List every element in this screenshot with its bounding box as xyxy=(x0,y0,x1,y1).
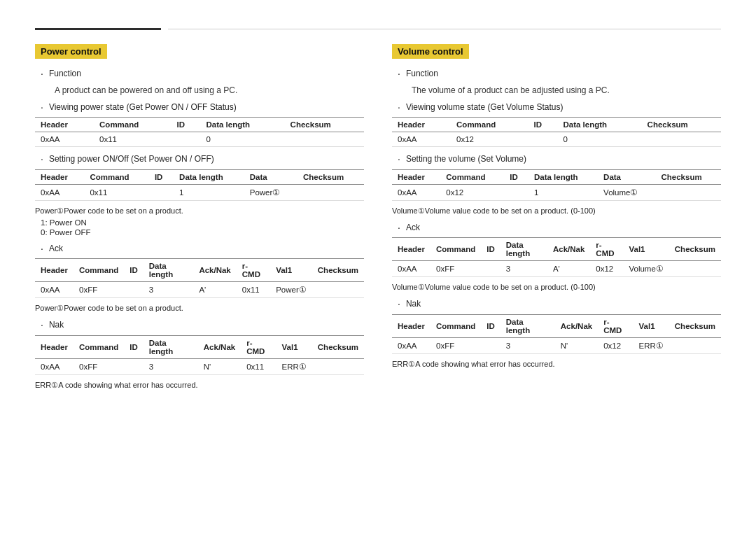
power-get-table: Header Command ID Data length Checksum 0… xyxy=(35,117,364,147)
cell: Power① xyxy=(244,184,298,200)
cell: 3 xyxy=(144,358,198,374)
th: Command xyxy=(84,169,148,184)
volume-ack-table: Header Command ID Data length Ack/Nak r-… xyxy=(392,237,721,277)
th: Data length xyxy=(144,335,198,358)
cell: 0x11 xyxy=(94,132,171,147)
th: Data length xyxy=(500,314,555,337)
th: Command xyxy=(430,314,481,337)
power-get-th-checksum: Checksum xyxy=(285,118,364,132)
volume-err-note: ERR①A code showing what error has occurr… xyxy=(392,360,721,369)
volume-set-table: Header Command ID Data length Data Check… xyxy=(392,169,721,201)
cell xyxy=(124,282,144,298)
bullet-dot-v2: · xyxy=(398,101,400,115)
top-line-dark xyxy=(35,28,161,30)
main-content: Power control · Function A product can b… xyxy=(35,44,721,393)
cell xyxy=(312,282,364,298)
th: Header xyxy=(392,314,430,337)
power-nak-item: · Nak xyxy=(41,318,364,332)
power-ack-table: Header Command ID Data length Ack/Nak r-… xyxy=(35,258,364,298)
th: Data length xyxy=(528,169,598,184)
cell: 0x12 xyxy=(590,261,623,277)
cell: 0 xyxy=(200,132,284,147)
table-row: 0xAA 0x12 1 Volume① xyxy=(392,184,721,200)
th: ID xyxy=(124,259,144,282)
table-row: 0xAA 0x12 0 xyxy=(392,132,721,147)
th: Checksum xyxy=(312,259,364,282)
cell xyxy=(669,261,721,277)
power-viewing-label: Viewing power state (Get Power ON / OFF … xyxy=(49,101,237,113)
volume-setting-item: · Setting the volume (Set Volume) xyxy=(398,153,721,167)
power-function-desc: A product can be powered on and off usin… xyxy=(55,84,364,97)
power-err-note: ERR①A code showing what error has occurr… xyxy=(35,381,364,390)
volume-nak-label: Nak xyxy=(406,297,421,310)
cell: 0xFF xyxy=(430,261,481,277)
cell: 0xAA xyxy=(35,132,94,147)
cell: 0xAA xyxy=(392,261,430,277)
cell: 0xAA xyxy=(35,282,74,298)
power-title: Power control xyxy=(35,44,107,59)
cell: 0xFF xyxy=(430,337,481,353)
volume-title: Volume control xyxy=(392,44,469,59)
cell: 3 xyxy=(500,261,547,277)
cell: 0x12 xyxy=(440,184,504,200)
th: Command xyxy=(74,335,124,358)
cell: N' xyxy=(555,337,598,353)
th: Data length xyxy=(500,238,547,261)
th: Header xyxy=(392,118,451,132)
volume-ack-note: Volume①Volume value code to be set on a … xyxy=(392,283,721,292)
cell xyxy=(642,132,721,147)
th: Checksum xyxy=(312,335,364,358)
bullet-dot-4: · xyxy=(41,242,43,256)
cell: 0xAA xyxy=(392,337,430,353)
th: Command xyxy=(451,118,528,132)
cell xyxy=(655,184,721,200)
top-line-light xyxy=(168,29,721,29)
power-nak-table: Header Command ID Data length Ack/Nak r-… xyxy=(35,335,364,375)
cell: 0x12 xyxy=(451,132,528,147)
th: r-CMD xyxy=(590,238,623,261)
th: Command xyxy=(430,238,481,261)
cell: A' xyxy=(547,261,590,277)
cell: 0x11 xyxy=(84,184,148,200)
bullet-dot-v3: · xyxy=(398,153,400,167)
cell: 3 xyxy=(500,337,555,353)
power-function-label: Function xyxy=(49,67,81,80)
cell xyxy=(124,358,144,374)
th: Checksum xyxy=(655,169,721,184)
power-on-text: 1: Power ON xyxy=(41,218,364,227)
power-control-section: Power control · Function A product can b… xyxy=(35,44,364,393)
th: Header xyxy=(35,169,84,184)
cell xyxy=(149,184,174,200)
bullet-dot-v5: · xyxy=(398,297,400,311)
cell: 0x11 xyxy=(241,358,276,374)
bullet-dot-v1: · xyxy=(398,67,400,81)
th: Checksum xyxy=(669,238,721,261)
bullet-dot-5: · xyxy=(41,318,43,332)
table-row: 0xAA 0x11 0 xyxy=(35,132,364,147)
cell: 0xFF xyxy=(74,282,124,298)
th: Val1 xyxy=(276,335,312,358)
table-row: 0xAA 0xFF 3 N' 0x11 ERR① xyxy=(35,358,364,374)
th: r-CMD xyxy=(237,259,270,282)
cell xyxy=(298,184,364,200)
cell: 0xAA xyxy=(35,184,84,200)
th: Checksum xyxy=(298,169,364,184)
power-set-table: Header Command ID Data length Data Check… xyxy=(35,169,364,201)
cell: 1 xyxy=(174,184,244,200)
th: Command xyxy=(440,169,504,184)
cell xyxy=(481,261,500,277)
th: Header xyxy=(392,169,440,184)
volume-note: Volume①Volume value code to be set on a … xyxy=(392,206,721,216)
volume-function-label: Function xyxy=(406,67,438,80)
power-function-item: · Function xyxy=(41,67,364,81)
cell xyxy=(481,337,500,353)
power-get-th-header: Header xyxy=(35,118,94,132)
volume-get-table: Header Command ID Data length Checksum 0… xyxy=(392,117,721,147)
power-setting-label: Setting power ON/Off (Set Power ON / OFF… xyxy=(49,153,214,165)
cell: 0xFF xyxy=(74,358,124,374)
cell: N' xyxy=(198,358,241,374)
th: Ack/Nak xyxy=(555,314,598,337)
th: ID xyxy=(504,169,528,184)
th: r-CMD xyxy=(598,314,633,337)
top-divider xyxy=(35,28,721,30)
